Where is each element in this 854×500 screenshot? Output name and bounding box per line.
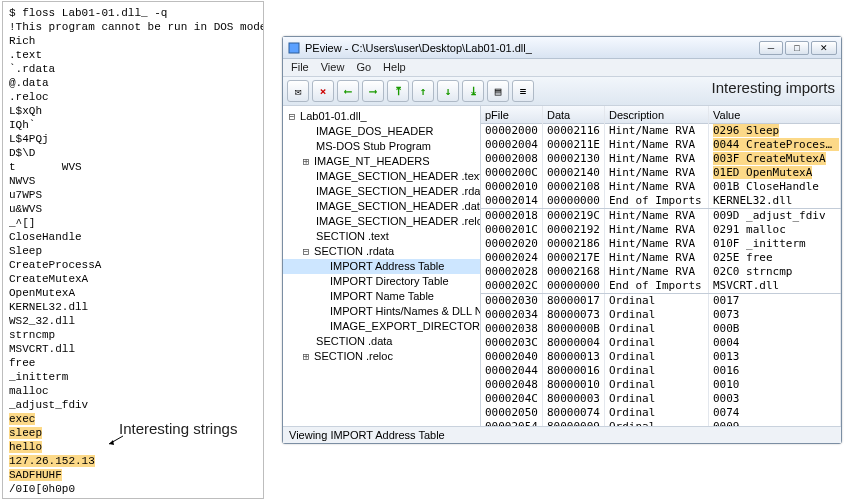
terminal-line: .reloc <box>9 90 257 104</box>
tree-node[interactable]: IMPORT Directory Table <box>283 274 480 289</box>
table-row[interactable]: 0000200800002130Hint/Name RVA003F Create… <box>481 152 841 166</box>
col-pfile[interactable]: pFile <box>481 106 543 124</box>
tree-node[interactable]: ⊞ SECTION .reloc <box>283 349 480 364</box>
table-row[interactable]: 000020240000217EHint/Name RVA025E free <box>481 251 841 265</box>
terminal-output: $ floss Lab01-01.dll_ -q !This program c… <box>2 1 264 499</box>
window-titlebar[interactable]: PEview - C:\Users\user\Desktop\Lab01-01.… <box>283 37 841 59</box>
tree-node[interactable]: IMAGE_DOS_HEADER <box>283 124 480 139</box>
toolbar-down-button[interactable]: ↓ <box>437 80 459 102</box>
table-row[interactable]: 0000205080000074Ordinal0074 <box>481 406 841 420</box>
col-data[interactable]: Data <box>543 106 605 124</box>
table-row[interactable]: 0000202800002168Hint/Name RVA02C0 strncm… <box>481 265 841 279</box>
statusbar: Viewing IMPORT Address Table <box>283 426 841 443</box>
toolbar-grid-button[interactable]: ▤ <box>487 80 509 102</box>
table-row[interactable]: 0000201C00002192Hint/Name RVA0291 malloc <box>481 223 841 237</box>
minimize-button[interactable]: ─ <box>759 41 783 55</box>
menu-go[interactable]: Go <box>356 61 371 73</box>
terminal-command: $ floss Lab01-01.dll_ -q <box>9 6 257 20</box>
terminal-line: malloc <box>9 384 257 398</box>
table-row[interactable]: 0000204080000013Ordinal0013 <box>481 350 841 364</box>
tree-node[interactable]: ⊞ IMAGE_NT_HEADERS <box>283 154 480 169</box>
interesting-strings-label: Interesting strings <box>119 422 237 436</box>
toolbar-first-button[interactable]: ⤒ <box>387 80 409 102</box>
menubar: File View Go Help <box>283 59 841 77</box>
terminal-line: IQh` <box>9 118 257 132</box>
tree-node[interactable]: ⊟ SECTION .rdata <box>283 244 480 259</box>
terminal-line: u7WPS <box>9 188 257 202</box>
col-value[interactable]: Value <box>709 106 841 124</box>
table-row[interactable]: 0000202000002186Hint/Name RVA010F _initt… <box>481 237 841 251</box>
terminal-line: 141G1[1l1 <box>9 496 257 499</box>
tree-node[interactable]: IMAGE_SECTION_HEADER .rdata <box>283 184 480 199</box>
terminal-line: CreateProcessA <box>9 258 257 272</box>
terminal-line: OpenMutexA <box>9 286 257 300</box>
tree-node[interactable]: SECTION .text <box>283 229 480 244</box>
table-row[interactable]: 0000204480000016Ordinal0016 <box>481 364 841 378</box>
terminal-line: L$xQh <box>9 104 257 118</box>
terminal-line: MSVCRT.dll <box>9 342 257 356</box>
menu-view[interactable]: View <box>321 61 345 73</box>
close-button[interactable]: ✕ <box>811 41 837 55</box>
table-row[interactable]: 0000205480000009Ordinal0009 <box>481 420 841 426</box>
terminal-line: Rich <box>9 34 257 48</box>
table-row[interactable]: 0000204880000010Ordinal0010 <box>481 378 841 392</box>
col-desc[interactable]: Description <box>605 106 709 124</box>
arrow-icon <box>105 434 125 448</box>
svg-rect-2 <box>289 43 299 53</box>
table-row[interactable]: 000020040000211EHint/Name RVA0044 Create… <box>481 138 841 152</box>
tree-panel[interactable]: ⊟ Lab01-01.dll_ IMAGE_DOS_HEADER MS-DOS … <box>283 106 481 426</box>
terminal-highlighted-line: SADFHUHF <box>9 468 257 482</box>
terminal-line: t WVS <box>9 160 257 174</box>
menu-help[interactable]: Help <box>383 61 406 73</box>
app-icon <box>287 41 301 55</box>
tree-node[interactable]: IMAGE_SECTION_HEADER .reloc <box>283 214 480 229</box>
grid-panel: pFile Data Description Value 00002000000… <box>481 106 841 426</box>
toolbar-up-button[interactable]: ↑ <box>412 80 434 102</box>
table-row[interactable]: 0000201400000000End of ImportsKERNEL32.d… <box>481 194 841 209</box>
terminal-line: CloseHandle <box>9 230 257 244</box>
toolbar-last-button[interactable]: ⤓ <box>462 80 484 102</box>
peview-window: PEview - C:\Users\user\Desktop\Lab01-01.… <box>282 36 842 444</box>
table-row[interactable]: 0000204C80000003Ordinal0003 <box>481 392 841 406</box>
terminal-line: `.rdata <box>9 62 257 76</box>
terminal-line: strncmp <box>9 328 257 342</box>
svg-marker-1 <box>109 440 114 445</box>
tree-node[interactable]: IMAGE_EXPORT_DIRECTORY <box>283 319 480 334</box>
tree-node[interactable]: IMPORT Address Table <box>283 259 480 274</box>
menu-file[interactable]: File <box>291 61 309 73</box>
terminal-highlighted-line: hello <box>9 440 257 454</box>
terminal-line: _initterm <box>9 370 257 384</box>
toolbar-open-button[interactable]: ✉ <box>287 80 309 102</box>
toolbar-list-button[interactable]: ≡ <box>512 80 534 102</box>
terminal-line: L$4PQj <box>9 132 257 146</box>
toolbar-fwd-button[interactable]: ⟶ <box>362 80 384 102</box>
tree-node[interactable]: MS-DOS Stub Program <box>283 139 480 154</box>
table-row[interactable]: 000020388000000BOrdinal000B <box>481 322 841 336</box>
grid-header[interactable]: pFile Data Description Value <box>481 106 841 124</box>
terminal-line: NWVS <box>9 174 257 188</box>
table-row[interactable]: 0000200C00002140Hint/Name RVA01ED OpenMu… <box>481 166 841 180</box>
table-row[interactable]: 0000203480000073Ordinal0073 <box>481 308 841 322</box>
tree-node[interactable]: IMPORT Hints/Names & DLL Names <box>283 304 480 319</box>
tree-node[interactable]: IMPORT Name Table <box>283 289 480 304</box>
table-row[interactable]: 0000203080000017Ordinal0017 <box>481 294 841 308</box>
tree-node[interactable]: ⊟ Lab01-01.dll_ <box>283 109 480 124</box>
terminal-line: D$\D <box>9 146 257 160</box>
table-row[interactable]: 0000202C00000000End of ImportsMSVCRT.dll <box>481 279 841 294</box>
table-row[interactable]: 000020180000219CHint/Name RVA009D _adjus… <box>481 209 841 223</box>
terminal-line: @.data <box>9 76 257 90</box>
toolbar-close-button[interactable]: × <box>312 80 334 102</box>
interesting-imports-label: Interesting imports <box>712 79 835 96</box>
toolbar-back-button[interactable]: ⟵ <box>337 80 359 102</box>
terminal-line: /0I0[0h0p0 <box>9 482 257 496</box>
terminal-highlighted-line: 127.26.152.13 <box>9 454 257 468</box>
table-row[interactable]: 0000200000002116Hint/Name RVA0296 Sleep <box>481 124 841 138</box>
tree-node[interactable]: SECTION .data <box>283 334 480 349</box>
tree-node[interactable]: IMAGE_SECTION_HEADER .text <box>283 169 480 184</box>
terminal-line: _adjust_fdiv <box>9 398 257 412</box>
tree-node[interactable]: IMAGE_SECTION_HEADER .data <box>283 199 480 214</box>
terminal-line: KERNEL32.dll <box>9 300 257 314</box>
table-row[interactable]: 0000201000002108Hint/Name RVA001B CloseH… <box>481 180 841 194</box>
maximize-button[interactable]: □ <box>785 41 809 55</box>
table-row[interactable]: 0000203C80000004Ordinal0004 <box>481 336 841 350</box>
